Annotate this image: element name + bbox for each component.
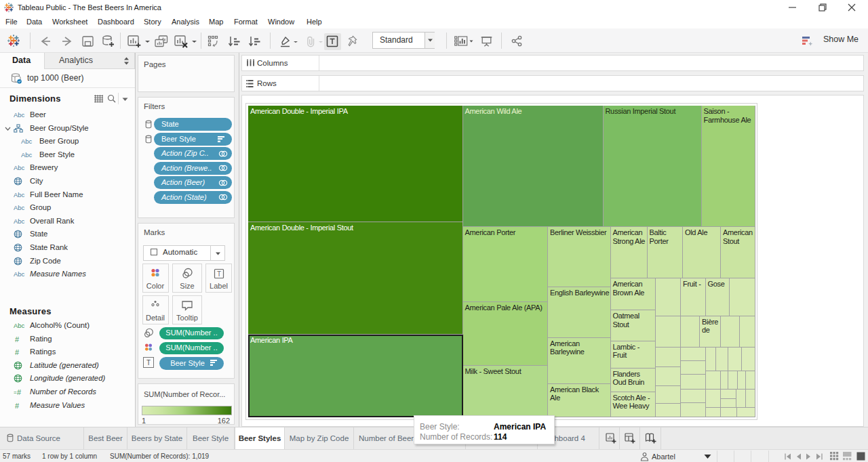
svg-text:Abc: Abc <box>14 270 25 278</box>
svg-text:#: # <box>15 348 20 356</box>
svg-text:#: # <box>17 388 22 396</box>
svg-text:Abc: Abc <box>21 138 33 145</box>
svg-text:#: # <box>15 402 20 410</box>
svg-text:T: T <box>217 270 221 278</box>
svg-text:Abc: Abc <box>14 164 25 171</box>
svg-text:Abc: Abc <box>21 151 33 159</box>
svg-text:Abc: Abc <box>14 322 25 329</box>
svg-text:Abc: Abc <box>14 217 25 225</box>
svg-text:Abc: Abc <box>14 204 25 211</box>
svg-text:Abc: Abc <box>14 111 25 119</box>
svg-text:Abc: Abc <box>14 191 25 198</box>
svg-text:#: # <box>15 335 20 343</box>
